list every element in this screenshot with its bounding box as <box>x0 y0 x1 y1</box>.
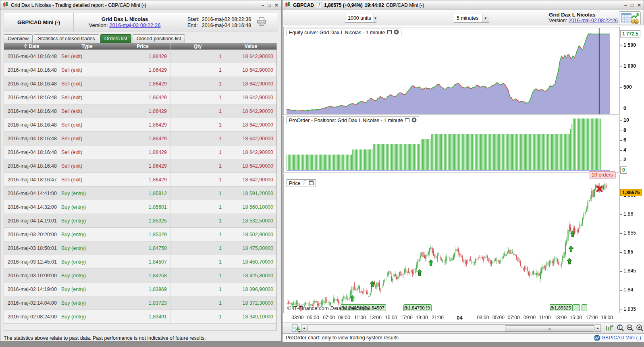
detach-window-icon[interactable] <box>387 30 392 35</box>
col-type[interactable]: Type <box>59 43 115 50</box>
cell-price: 1,85029 <box>115 228 170 241</box>
cell-type: Sell (exit) <box>59 132 115 145</box>
table-row[interactable]: 2016-maj-04 18:16:48 Sell (exit) 1,86429… <box>4 145 276 159</box>
cell-value: 18 642,90000 <box>225 118 276 131</box>
time-axis-label: 04 <box>457 315 462 321</box>
zoom-fit-icon[interactable] <box>615 324 625 332</box>
time-axis-label: 03:00 <box>291 315 303 320</box>
close-pane-icon[interactable] <box>394 29 399 36</box>
table-row[interactable]: 2016-maj-02 08:24:00 Buy (entry) 1,83491… <box>4 310 276 324</box>
order-price-label <box>573 304 580 311</box>
maximize-button[interactable]: □ <box>631 2 634 8</box>
close-pane-icon[interactable] <box>411 117 417 124</box>
cell-type: Sell (exit) <box>59 50 115 63</box>
cell-date: 2016-maj-04 18:16:48 <box>4 50 59 63</box>
table-row[interactable]: 2016-maj-04 14:19:01 Buy (entry) 1,85325… <box>4 214 276 228</box>
units-dropdown[interactable]: 1000 units ▼ <box>345 14 376 23</box>
version-link[interactable]: 2016-maj-02 08:22:26 <box>109 22 160 28</box>
chart-scrollbar[interactable]: ≡ <box>307 324 594 332</box>
time-axis-label: 15:00 <box>570 315 582 320</box>
zoom-in-icon[interactable] <box>635 324 644 332</box>
cell-value: 18 372,30000 <box>225 296 276 310</box>
table-row[interactable]: 2016-maj-04 18:16:48 Sell (exit) 1,86429… <box>4 91 276 104</box>
price-ytick: 1,84 <box>623 287 633 293</box>
col-price[interactable]: Price <box>115 43 170 50</box>
scroll-right-arrow[interactable]: ► <box>595 324 601 332</box>
cell-value: 18 642,90000 <box>225 173 276 186</box>
cell-value: 18 642,90000 <box>225 159 276 172</box>
cell-price: 1,86429 <box>115 159 170 172</box>
time-axis-label: 21:00 <box>432 315 444 320</box>
cell-qty: 1 <box>170 255 225 268</box>
chart-settings-icon[interactable] <box>605 324 615 332</box>
tab-overview[interactable]: Overview <box>4 34 33 43</box>
cell-price: 1,86429 <box>115 132 170 145</box>
orders-count-badge: 10 orders <box>589 171 616 179</box>
version-link[interactable]: 2016-maj-02 08:22:26 <box>569 18 618 23</box>
table-row[interactable]: 2016-maj-04 14:41:00 Buy (entry) 1,85912… <box>4 187 276 200</box>
orders-table-header: ⇧ Date Type Price Qty Value <box>4 43 276 50</box>
system-cell: Grid Dax L Nicolas Version: 2016-maj-02 … <box>74 13 176 31</box>
equity-pane-header: Equity curve: Grid Dax L Nicolas - 1 min… <box>287 29 401 36</box>
cell-qty: 1 <box>170 118 225 131</box>
table-row[interactable]: 2016-maj-04 14:32:00 Buy (entry) 1,85601… <box>4 200 276 214</box>
scrollbar-thumb[interactable]: ≡ <box>505 325 594 332</box>
price-ytick: 1,845 <box>623 268 636 274</box>
table-row[interactable]: 2016-maj-03 18:50:01 Buy (entry) 1,84750… <box>4 241 276 255</box>
chevron-down-icon: ▼ <box>482 14 489 22</box>
time-axis-label: 05:00 <box>307 315 319 320</box>
tab-orders-list[interactable]: Orders list <box>100 34 131 43</box>
detach-window-icon[interactable] <box>405 118 409 123</box>
wrench-icon[interactable] <box>302 180 307 186</box>
col-date[interactable]: ⇧ Date <box>4 43 59 50</box>
cell-price: 1,85325 <box>115 214 170 227</box>
trading-report-icon[interactable] <box>619 11 641 25</box>
info-icon[interactable]: i <box>316 2 322 8</box>
table-row[interactable]: 2016-maj-02 14:19:00 Buy (entry) 1,83969… <box>4 283 276 296</box>
close-button[interactable]: ✕ <box>274 2 278 8</box>
table-row[interactable]: 2016-maj-03 10:09:00 Buy (entry) 1,84258… <box>4 269 276 283</box>
table-row[interactable]: 2016-maj-04 18:16:48 Sell (exit) 1,86429… <box>4 77 276 91</box>
tab-statistics[interactable]: Statistics of closed trades <box>34 34 99 43</box>
cell-qty: 1 <box>170 145 225 159</box>
timeframe-dropdown[interactable]: 5 minutes ▼ <box>454 14 489 23</box>
print-icon[interactable] <box>257 17 266 27</box>
cell-value: 18 642,90000 <box>225 145 276 159</box>
price-ytick: 1,86 <box>623 211 633 217</box>
price-ytick: 1,855 <box>623 230 636 236</box>
cell-date: 2016-maj-02 08:24:00 <box>4 310 59 323</box>
table-row[interactable]: 2016-maj-04 18:16:48 Sell (exit) 1,86429… <box>4 63 276 77</box>
time-axis-label: 13:00 <box>370 315 382 320</box>
col-value[interactable]: Value <box>225 43 276 50</box>
table-row[interactable]: 2016-maj-04 18:16:48 Sell (exit) 1,86429… <box>4 132 276 145</box>
cell-value: 18 475,00000 <box>225 241 276 255</box>
table-row[interactable]: 2016-maj-04 18:16:47 Sell (exit) 1,86429… <box>4 173 276 187</box>
table-row[interactable]: 2016-maj-04 18:16:48 Sell (exit) 1,86429… <box>4 118 276 132</box>
table-row[interactable]: 2016-maj-03 12:45:01 Buy (entry) 1,84507… <box>4 255 276 269</box>
zoom-out-icon[interactable] <box>625 324 635 332</box>
sort-asc-icon[interactable]: ⇧ <box>23 44 27 49</box>
maximize-button[interactable]: □ <box>268 2 271 8</box>
table-row[interactable]: 2016-maj-02 14:04:00 Buy (entry) 1,83723… <box>4 296 276 310</box>
tab-closed-positions[interactable]: Closed positions list <box>133 34 185 43</box>
table-row[interactable]: 2016-maj-04 18:16:48 Sell (exit) 1,86429… <box>4 50 276 63</box>
close-button[interactable]: ✕ <box>637 2 641 8</box>
cell-qty: 1 <box>170 310 225 323</box>
positions-current-value: 0 <box>620 166 627 174</box>
instrument-link[interactable]: GBP/CAD Mini (-) <box>594 335 641 341</box>
cell-type: Buy (entry) <box>59 187 115 200</box>
chart-titlebar[interactable]: GBPCAD i 1,86575 (+0,94%) 19:44:02 GBP/C… <box>283 0 644 10</box>
scroll-left-arrow[interactable]: ◄ <box>301 324 307 332</box>
system-version-block: Grid Dax L Nicolas Version: 2016-maj-02 … <box>549 12 618 24</box>
chart-export-icon[interactable] <box>291 324 302 332</box>
cell-date: 2016-maj-04 14:41:00 <box>4 187 59 200</box>
col-qty[interactable]: Qty <box>170 43 225 50</box>
table-row[interactable]: 2016-maj-04 18:16:48 Sell (exit) 1,86429… <box>4 104 276 118</box>
positions-ytick: 4 <box>623 147 626 153</box>
table-row[interactable]: 2016-maj-03 20:20:00 Buy (entry) 1,85029… <box>4 228 276 241</box>
report-titlebar[interactable]: Grid Dax L Nicolas - Trading detailed re… <box>0 0 281 10</box>
minimize-button[interactable]: – <box>624 2 627 8</box>
table-row[interactable]: 2016-maj-04 18:16:48 Sell (exit) 1,86429… <box>4 159 276 173</box>
detach-window-icon[interactable] <box>309 181 314 186</box>
minimize-button[interactable]: – <box>262 2 264 8</box>
